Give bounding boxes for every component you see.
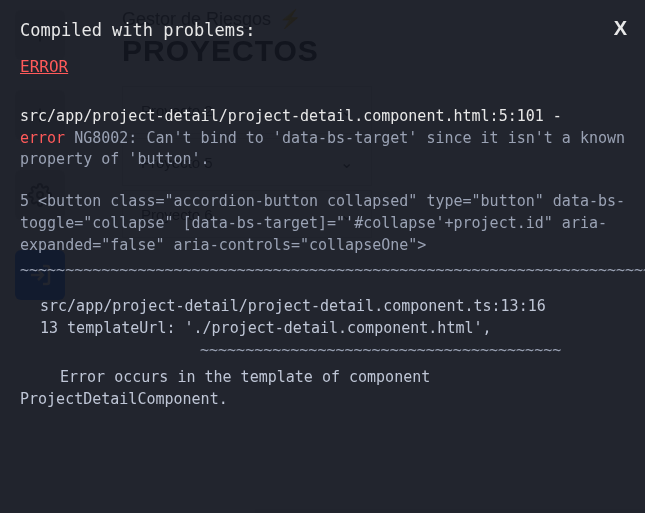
compiler-error-overlay: X Compiled with problems: ERROR src/app/…	[0, 0, 645, 513]
overlay-header: Compiled with problems:	[20, 18, 629, 43]
error-location: src/app/project-detail/project-detail.co…	[20, 106, 629, 128]
error-sub-line: 13 templateUrl: './project-detail.compon…	[40, 318, 629, 340]
error-code-line: 5 <button class="accordion-button collap…	[20, 191, 629, 256]
error-summary: Error occurs in the template of componen…	[60, 367, 629, 389]
error-summary-component: ProjectDetailComponent.	[20, 389, 629, 411]
close-button[interactable]: X	[614, 14, 627, 43]
error-message: error NG8002: Can't bind to 'data-bs-tar…	[20, 128, 629, 172]
error-tag: ERROR	[20, 55, 68, 78]
error-sub-underline: ~~~~~~~~~~~~~~~~~~~~~~~~~~~~~~~~~~~~~~~~	[200, 340, 629, 362]
error-underline: ~~~~~~~~~~~~~~~~~~~~~~~~~~~~~~~~~~~~~~~~…	[20, 260, 629, 282]
error-sub-location: src/app/project-detail/project-detail.co…	[40, 296, 629, 318]
